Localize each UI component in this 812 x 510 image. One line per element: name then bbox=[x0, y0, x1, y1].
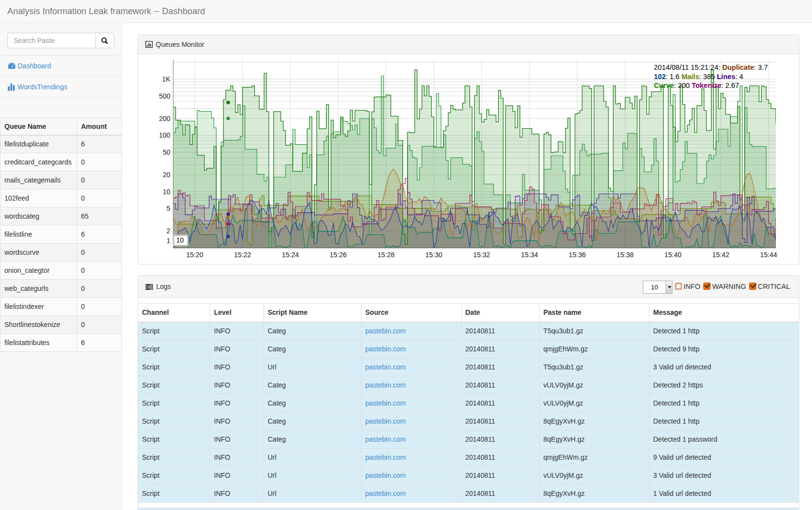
svg-text:200: 200 bbox=[159, 115, 171, 122]
svg-text:15:24: 15:24 bbox=[282, 251, 299, 259]
svg-text:15:36: 15:36 bbox=[568, 251, 586, 259]
svg-text:500: 500 bbox=[159, 92, 171, 100]
svg-text:1: 1 bbox=[166, 237, 170, 245]
svg-text:2: 2 bbox=[166, 227, 170, 235]
svg-text:15:22: 15:22 bbox=[234, 251, 251, 259]
svg-text:15:30: 15:30 bbox=[425, 251, 442, 259]
svg-text:15:42: 15:42 bbox=[712, 251, 729, 259]
svg-text:15:26: 15:26 bbox=[329, 251, 346, 259]
svg-text:5: 5 bbox=[166, 204, 170, 212]
svg-text:10: 10 bbox=[162, 188, 170, 196]
svg-text:20: 20 bbox=[162, 171, 170, 179]
svg-text:15:38: 15:38 bbox=[616, 251, 633, 259]
svg-text:15:32: 15:32 bbox=[473, 251, 490, 259]
svg-text:15:20: 15:20 bbox=[186, 251, 203, 259]
svg-text:50: 50 bbox=[162, 148, 170, 156]
svg-text:15:40: 15:40 bbox=[664, 251, 681, 259]
svg-text:15:44: 15:44 bbox=[760, 251, 777, 259]
svg-text:100: 100 bbox=[159, 131, 171, 139]
svg-text:15:34: 15:34 bbox=[521, 251, 538, 259]
svg-text:1K: 1K bbox=[162, 75, 171, 83]
svg-text:15:28: 15:28 bbox=[377, 251, 394, 259]
